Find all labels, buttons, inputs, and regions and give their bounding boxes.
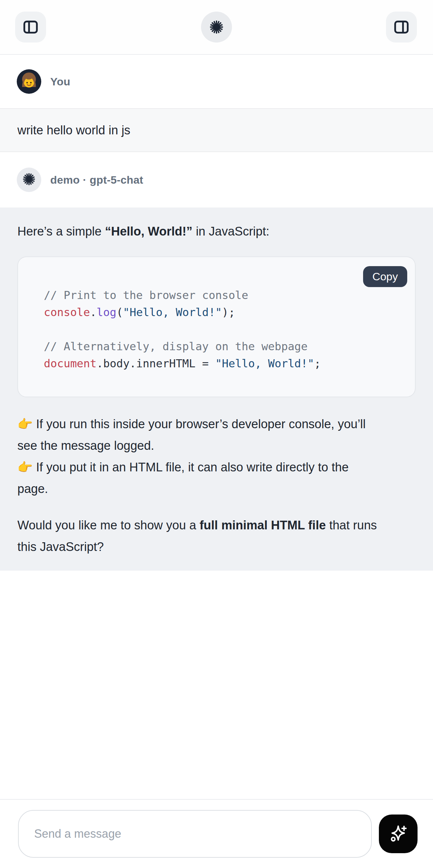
code-line xyxy=(44,321,402,338)
chat-screen: You write hello world in js demo · gpt-5… xyxy=(0,0,433,868)
sparkle-icon xyxy=(388,823,408,845)
send-button[interactable] xyxy=(379,814,417,853)
assistant-author-row: demo · gpt-5-chat xyxy=(0,152,433,208)
code-line: // Alternatively, display on the webpage xyxy=(44,338,402,355)
user-message: write hello world in js xyxy=(0,108,433,152)
user-author-label: You xyxy=(50,75,70,88)
assistant-author-label: demo · gpt-5-chat xyxy=(50,174,143,186)
user-message-text: write hello world in js xyxy=(18,123,130,137)
code-line: console.log("Hello, World!"); xyxy=(44,304,402,321)
panel-right-icon xyxy=(393,19,410,35)
composer-bar xyxy=(0,799,433,868)
person-emoji-avatar-icon xyxy=(17,69,41,94)
user-avatar xyxy=(17,69,41,94)
assistant-paragraph-1: 👉 If you run this inside your browser’s … xyxy=(18,413,415,500)
starburst-icon xyxy=(22,173,36,187)
code-content: // Print to the browser consoleconsole.l… xyxy=(44,287,402,372)
code-line: // Print to the browser console xyxy=(44,287,402,304)
model-home-button[interactable] xyxy=(201,11,232,42)
starburst-icon xyxy=(209,20,224,34)
user-author-row: You xyxy=(0,55,433,108)
details-panel-toggle-button[interactable] xyxy=(386,11,417,42)
panel-left-icon xyxy=(22,19,39,35)
code-block: Copy // Print to the browser consolecons… xyxy=(18,256,415,397)
assistant-intro-text: Here’s a simple “Hello, World!” in JavaS… xyxy=(18,221,415,242)
assistant-paragraph-2: Would you like me to show you a full min… xyxy=(18,515,415,558)
assistant-message: Here’s a simple “Hello, World!” in JavaS… xyxy=(0,208,433,570)
copy-button[interactable]: Copy xyxy=(363,266,407,287)
code-line: document.body.innerHTML = "Hello, World!… xyxy=(44,355,402,372)
sidebar-toggle-button[interactable] xyxy=(15,11,46,42)
message-input[interactable] xyxy=(18,810,372,858)
top-bar xyxy=(0,0,433,55)
assistant-avatar xyxy=(17,167,41,192)
